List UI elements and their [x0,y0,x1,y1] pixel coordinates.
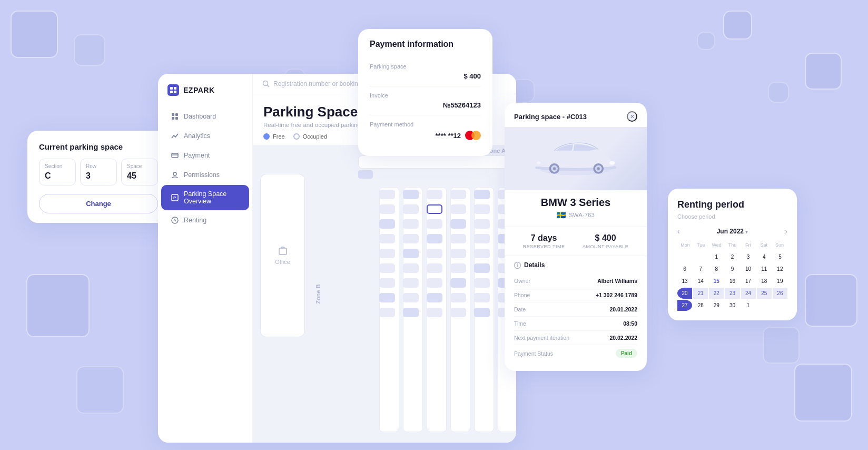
calendar-day[interactable]: 5 [773,251,787,262]
row-value: 3 [86,171,111,181]
space-slot[interactable] [427,190,442,199]
space-slot[interactable] [379,293,395,302]
calendar-day[interactable]: 11 [757,263,772,275]
space-slot[interactable] [427,249,442,258]
calendar-day[interactable]: 27 [677,300,692,311]
space-slot[interactable] [450,204,466,214]
space-slot[interactable] [379,249,395,258]
close-button[interactable]: ✕ [627,111,637,122]
space-slot[interactable] [450,190,466,199]
calendar-day[interactable]: 7 [693,263,708,275]
space-slot[interactable] [474,204,490,214]
space-slot[interactable] [379,204,395,214]
space-slot[interactable] [474,190,490,199]
space-slot[interactable] [474,278,490,288]
car-image [505,127,647,190]
space-slot[interactable] [379,278,395,288]
space-slot[interactable] [474,308,490,317]
next-month-button[interactable]: › [785,227,787,236]
calendar-day[interactable]: 10 [741,263,756,275]
space-slot[interactable] [474,263,490,273]
calendar-day[interactable] [677,251,692,262]
sidebar-item-permissions[interactable]: Permissions [161,165,249,184]
amount-stat: $ 400 AMOUNT PAYABLE [583,233,628,249]
calendar-day[interactable]: 14 [693,276,708,287]
space-slot[interactable] [427,293,442,302]
calendar-day[interactable]: 4 [757,251,772,262]
space-slot[interactable] [427,234,442,243]
calendar-day[interactable]: 29 [709,300,724,311]
prev-month-button[interactable]: ‹ [677,227,680,236]
sidebar-item-parking-overview[interactable]: P Parking Space Overview [161,185,249,210]
space-slot[interactable] [474,249,490,258]
calendar-day[interactable]: 9 [725,263,739,275]
space-slot[interactable] [403,249,419,258]
change-button[interactable]: Change [39,194,158,213]
calendar-day[interactable]: 6 [677,263,692,275]
sidebar-item-payment[interactable]: Payment [161,146,249,165]
calendar-day[interactable]: 12 [773,263,787,275]
details-title-text: Details [524,261,545,269]
space-slot[interactable] [450,234,466,243]
space-slot[interactable] [358,170,373,179]
sidebar-item-dashboard[interactable]: Dashboard [161,107,249,126]
space-slot[interactable] [403,219,419,229]
space-slot[interactable] [474,234,490,243]
space-slot[interactable] [450,293,466,302]
space-slot[interactable] [379,308,395,317]
calendar-day[interactable]: 13 [677,276,692,287]
space-slot[interactable] [379,219,395,229]
space-slot[interactable] [403,204,419,214]
space-slot[interactable] [379,263,395,273]
calendar-day[interactable] [773,300,787,311]
calendar-day[interactable]: 19 [773,276,787,287]
calendar-day[interactable]: 26 [773,288,787,299]
space-slot[interactable] [403,263,419,273]
calendar-day[interactable]: 1 [741,300,756,311]
sidebar-item-renting[interactable]: Renting [161,211,249,230]
calendar-day[interactable]: 20 [677,288,692,299]
space-slot[interactable] [403,278,419,288]
calendar-day[interactable]: 2 [725,251,739,262]
space-slot[interactable] [379,190,395,199]
space-slot[interactable] [403,234,419,243]
calendar-day[interactable]: 28 [693,300,708,311]
space-slot[interactable] [427,308,442,317]
sidebar-item-analytics[interactable]: Analytics [161,126,249,145]
space-slot[interactable] [403,293,419,302]
calendar-day[interactable]: 24 [741,288,756,299]
space-slot[interactable] [450,219,466,229]
space-slot[interactable] [450,308,466,317]
space-slot[interactable] [403,308,419,317]
calendar-day[interactable]: 8 [709,263,724,275]
search-placeholder[interactable]: Registration number or booking... [273,80,367,87]
calendar-day[interactable]: 21 [693,288,708,299]
space-slot[interactable] [450,263,466,273]
calendar-day[interactable]: 15 [709,276,724,287]
calendar-day[interactable] [693,251,708,262]
space-slot[interactable] [474,219,490,229]
space-slot[interactable] [474,293,490,302]
calendar-day[interactable]: 23 [725,288,739,299]
sidebar: EZPARK Dashboard Analytics Payment [158,74,253,443]
calendar-day[interactable]: 3 [741,251,756,262]
calendar-day[interactable]: 25 [757,288,772,299]
calendar-day[interactable]: 18 [757,276,772,287]
space-slot[interactable] [427,219,442,229]
space-slot[interactable] [427,278,442,288]
calendar-day[interactable]: 16 [725,276,739,287]
space-slot[interactable] [379,234,395,243]
space-slot[interactable] [450,249,466,258]
calendar-day[interactable] [757,300,772,311]
calendar-day[interactable]: 1 [709,251,724,262]
space-slot[interactable] [427,204,442,214]
detail-title: Parking space - #C013 [514,113,587,121]
space-slot[interactable] [403,190,419,199]
payment-method-value: **** **12 [436,132,461,140]
calendar-day[interactable]: 22 [709,288,724,299]
calendar-day[interactable]: 17 [741,276,756,287]
space-slot[interactable] [427,263,442,273]
calendar-day[interactable]: 30 [725,300,739,311]
space-slot[interactable] [450,278,466,288]
search-icon [262,80,270,87]
